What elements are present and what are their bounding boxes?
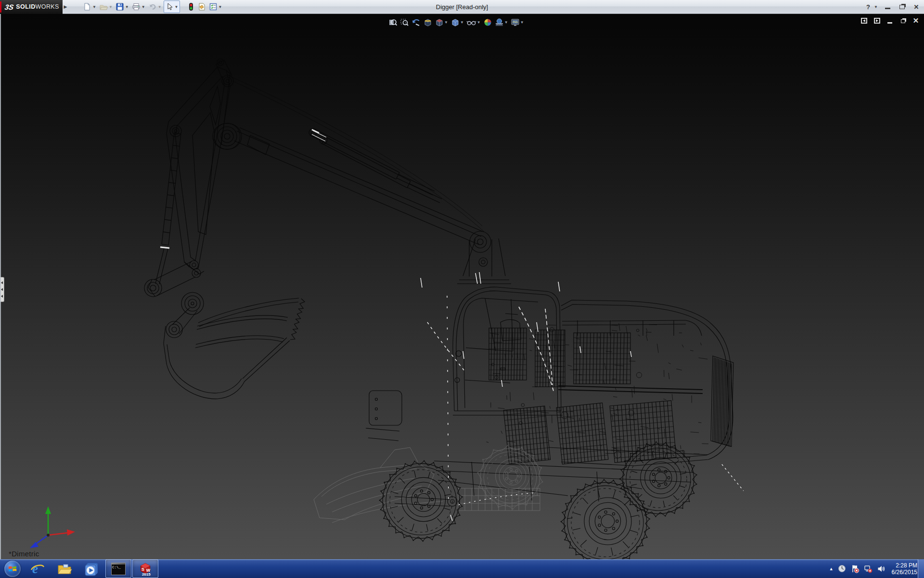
doc-close-button[interactable]: ✕ xyxy=(911,17,920,25)
bucket[interactable] xyxy=(144,261,305,399)
zoom-to-fit-icon xyxy=(388,18,398,27)
file-properties-icon xyxy=(197,2,206,11)
boom-plate[interactable] xyxy=(167,59,242,274)
boom-stick[interactable] xyxy=(231,77,484,245)
previous-view-icon xyxy=(411,18,421,27)
undo-icon xyxy=(148,2,157,11)
volume-icon[interactable] xyxy=(877,565,886,573)
dropdown-arrow-icon[interactable]: ▼ xyxy=(92,5,96,9)
edit-appearance-button[interactable] xyxy=(483,17,493,27)
dropdown-arrow-icon[interactable]: ▼ xyxy=(504,20,508,25)
action-center-flag-icon[interactable] xyxy=(851,565,860,573)
taskbar-command-prompt[interactable]: C:\_ xyxy=(105,559,131,578)
help-dropdown-arrow-icon[interactable]: ▼ xyxy=(874,5,878,9)
undo-button[interactable]: ▼ xyxy=(147,1,163,13)
solidworks-screen: 3S SOLIDWORKS ▶ ▼ ▼ ▼ ▼ ▼ xyxy=(0,0,924,578)
section-view-icon xyxy=(423,18,432,27)
help-button[interactable]: ? xyxy=(863,3,873,11)
windows-taskbar: e C:\_ S W 2015 ▲ xyxy=(0,559,924,578)
graphics-viewport[interactable]: ▼ ▼ ▼ ▼ ▼ ✕ xyxy=(0,14,924,559)
pane-left-icon xyxy=(863,19,865,22)
boom-mount[interactable] xyxy=(457,231,511,284)
print-button[interactable]: ▼ xyxy=(131,1,146,13)
dropdown-arrow-icon[interactable]: ▼ xyxy=(175,5,179,9)
tray-clock[interactable]: 2:28 PM 6/26/2015 xyxy=(890,562,917,576)
dropdown-arrow-icon[interactable]: ▼ xyxy=(218,5,222,9)
side-vents[interactable] xyxy=(489,328,676,464)
pane-left-button[interactable] xyxy=(860,17,868,25)
dropdown-arrow-icon[interactable]: ▼ xyxy=(109,5,113,9)
open-icon xyxy=(99,2,108,11)
doc-restore-button[interactable] xyxy=(898,17,907,25)
open-button[interactable]: ▼ xyxy=(98,1,114,13)
close-button[interactable]: ✕ xyxy=(911,3,921,11)
dropdown-arrow-icon[interactable]: ▼ xyxy=(141,5,145,9)
far-side-hidden-geometry[interactable] xyxy=(314,447,540,523)
pane-right-button[interactable] xyxy=(873,17,881,25)
taskbar-media-player[interactable] xyxy=(78,559,104,578)
hidden-icons-button[interactable]: ▲ xyxy=(829,566,834,571)
pane-right-icon xyxy=(876,19,878,22)
dropdown-arrow-icon[interactable]: ▼ xyxy=(460,20,464,25)
standard-toolbar: ▼ ▼ ▼ ▼ ▼ ▼ xyxy=(82,0,223,13)
new-document-button[interactable]: ▼ xyxy=(82,1,97,13)
internet-explorer-icon: e xyxy=(30,561,45,577)
rebuild-traffic-light-icon xyxy=(188,2,194,11)
previous-view-button[interactable] xyxy=(411,17,421,27)
brand-red-accent xyxy=(0,1,1,13)
zoom-to-fit-button[interactable] xyxy=(388,17,398,27)
dropdown-arrow-icon[interactable]: ▼ xyxy=(520,20,524,25)
svg-text:e: e xyxy=(32,562,38,576)
new-document-icon xyxy=(83,2,91,11)
tray-clock-icon[interactable] xyxy=(838,565,847,573)
dropdown-arrow-icon[interactable]: ▼ xyxy=(158,5,162,9)
apply-scene-icon xyxy=(495,18,504,27)
bucket-teeth[interactable] xyxy=(290,299,305,340)
windows-logo-icon xyxy=(4,561,21,577)
start-button[interactable] xyxy=(1,559,24,578)
taskbar-internet-explorer[interactable]: e xyxy=(25,559,51,578)
svg-text:S: S xyxy=(141,567,144,572)
minimize-button[interactable] xyxy=(883,3,892,11)
tray-date: 6/26/2015 xyxy=(892,569,917,576)
reference-triad xyxy=(4,499,86,557)
show-desktop-button[interactable] xyxy=(918,559,924,578)
headsup-view-toolbar: ▼ ▼ ▼ ▼ ▼ xyxy=(388,17,525,27)
options-button[interactable]: ▼ xyxy=(208,1,223,13)
dropdown-arrow-icon[interactable]: ▼ xyxy=(125,5,129,9)
save-button[interactable]: ▼ xyxy=(115,1,130,13)
hide-show-items-button[interactable]: ▼ xyxy=(466,17,481,27)
restore-icon xyxy=(901,19,905,23)
network-error-icon[interactable] xyxy=(864,565,873,573)
system-tray: ▲ 2:28 PM 6/26/2015 xyxy=(829,559,917,578)
digger-wireframe-model[interactable] xyxy=(0,14,924,559)
brand-wordmark: SOLIDWORKS xyxy=(16,3,59,10)
folder-icon xyxy=(57,561,72,577)
solidworks-2015-icon: S W 2015 xyxy=(138,562,153,576)
wheel-front-right[interactable] xyxy=(561,479,650,559)
apply-scene-button[interactable]: ▼ xyxy=(494,17,509,27)
digger-main-geometry[interactable] xyxy=(144,59,733,559)
panel-splitter[interactable] xyxy=(0,14,1,559)
zoom-to-area-button[interactable] xyxy=(399,17,410,27)
rebuild-button[interactable] xyxy=(187,1,195,13)
doc-minimize-button[interactable] xyxy=(886,17,894,25)
cab[interactable] xyxy=(366,287,563,441)
select-tool-button[interactable]: ▼ xyxy=(164,0,180,13)
file-properties-button[interactable] xyxy=(196,1,207,13)
dropdown-arrow-icon[interactable]: ▼ xyxy=(477,20,481,25)
taskbar-solidworks[interactable]: S W 2015 xyxy=(132,559,158,578)
menu-flyout-arrow-icon[interactable]: ▶ xyxy=(63,0,68,14)
select-cursor-icon xyxy=(165,2,174,11)
solidworks-logo[interactable]: 3S SOLIDWORKS xyxy=(0,0,63,14)
dropdown-arrow-icon[interactable]: ▼ xyxy=(444,20,448,25)
view-orientation-button[interactable]: ▼ xyxy=(434,17,449,27)
section-view-button[interactable] xyxy=(423,17,433,27)
taskbar-windows-explorer[interactable] xyxy=(51,559,77,578)
zoom-to-area-icon xyxy=(400,18,409,27)
view-settings-button[interactable]: ▼ xyxy=(510,17,525,27)
restore-button[interactable] xyxy=(897,3,907,11)
display-style-button[interactable]: ▼ xyxy=(450,17,464,27)
svg-text:2015: 2015 xyxy=(142,572,151,576)
save-icon xyxy=(116,2,124,11)
